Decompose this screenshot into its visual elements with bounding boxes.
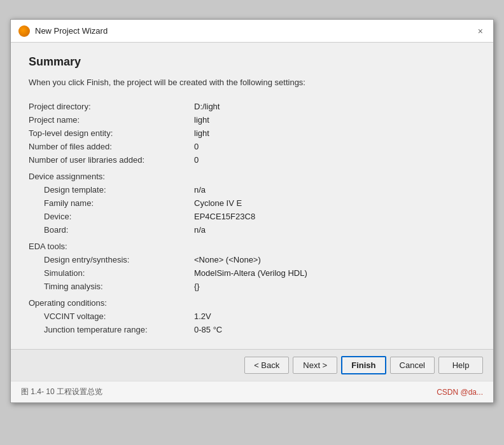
table-row: Top-level design entity:light	[29, 127, 475, 140]
row-label: Device:	[29, 210, 194, 223]
finish-button[interactable]: Finish	[341, 356, 386, 374]
table-row: Number of user libraries added:0	[29, 153, 475, 167]
title-bar-left: New Project Wizard	[18, 25, 108, 37]
table-row: Family name:Cyclone IV E	[29, 196, 475, 210]
table-row: Timing analysis:{}	[29, 280, 475, 293]
row-value: n/a	[194, 183, 475, 196]
row-label: EDA tools:	[29, 236, 194, 253]
row-label: Family name:	[29, 196, 194, 210]
table-row: Device assignments:	[29, 167, 475, 183]
wizard-icon	[18, 25, 30, 37]
row-label: Device assignments:	[29, 167, 194, 183]
next-button[interactable]: Next >	[293, 357, 337, 374]
row-value: 0	[194, 140, 475, 153]
table-row: Design entry/synthesis:<None> (<None>)	[29, 253, 475, 266]
intro-text: When you click Finish, the project will …	[29, 78, 475, 87]
table-row: Number of files added:0	[29, 140, 475, 153]
row-label: Operating conditions:	[29, 293, 194, 310]
table-row: VCCINT voltage:1.2V	[29, 310, 475, 323]
row-value	[194, 167, 475, 183]
row-value: D:/light	[194, 100, 475, 113]
row-label: Simulation:	[29, 266, 194, 280]
csdn-badge: CSDN @da...	[437, 388, 483, 397]
row-value	[194, 236, 475, 253]
row-label: Board:	[29, 223, 194, 236]
dialog-footer: < Back Next > Finish Cancel Help	[11, 349, 493, 381]
row-value	[194, 293, 475, 310]
row-value: ModelSim-Altera (Verilog HDL)	[194, 266, 475, 280]
row-value: {}	[194, 280, 475, 293]
dialog-window: New Project Wizard × Summary When you cl…	[10, 19, 494, 403]
row-label: Top-level design entity:	[29, 127, 194, 140]
row-label: Number of files added:	[29, 140, 194, 153]
row-value: 0	[194, 153, 475, 167]
caption-text: 图 1.4- 10 工程设置总览	[21, 387, 102, 397]
row-value: light	[194, 113, 475, 127]
table-row: Design template:n/a	[29, 183, 475, 196]
table-row: Project name:light	[29, 113, 475, 127]
row-value: 0-85 °C	[194, 323, 475, 336]
table-row: Simulation:ModelSim-Altera (Verilog HDL)	[29, 266, 475, 280]
table-row: Project directory:D:/light	[29, 100, 475, 113]
help-button[interactable]: Help	[438, 357, 483, 374]
row-value: 1.2V	[194, 310, 475, 323]
row-label: Project name:	[29, 113, 194, 127]
cancel-button[interactable]: Cancel	[390, 357, 435, 374]
row-value: EP4CE15F23C8	[194, 210, 475, 223]
row-value: Cyclone IV E	[194, 196, 475, 210]
dialog-body: Summary When you click Finish, the proje…	[11, 43, 493, 349]
title-bar: New Project Wizard ×	[11, 20, 493, 43]
table-row: EDA tools:	[29, 236, 475, 253]
row-value: <None> (<None>)	[194, 253, 475, 266]
table-row: Board:n/a	[29, 223, 475, 236]
page-title: Summary	[29, 55, 475, 69]
table-row: Device:EP4CE15F23C8	[29, 210, 475, 223]
caption-bar: 图 1.4- 10 工程设置总览 CSDN @da...	[11, 381, 493, 402]
row-value: n/a	[194, 223, 475, 236]
summary-table: Project directory:D:/lightProject name:l…	[29, 100, 475, 336]
row-label: Design template:	[29, 183, 194, 196]
row-value: light	[194, 127, 475, 140]
row-label: VCCINT voltage:	[29, 310, 194, 323]
dialog-title: New Project Wizard	[35, 26, 108, 36]
close-button[interactable]: ×	[475, 27, 486, 36]
row-label: Design entry/synthesis:	[29, 253, 194, 266]
row-label: Junction temperature range:	[29, 323, 194, 336]
back-button[interactable]: < Back	[244, 357, 289, 374]
row-label: Project directory:	[29, 100, 194, 113]
table-row: Operating conditions:	[29, 293, 475, 310]
row-label: Number of user libraries added:	[29, 153, 194, 167]
row-label: Timing analysis:	[29, 280, 194, 293]
table-row: Junction temperature range:0-85 °C	[29, 323, 475, 336]
